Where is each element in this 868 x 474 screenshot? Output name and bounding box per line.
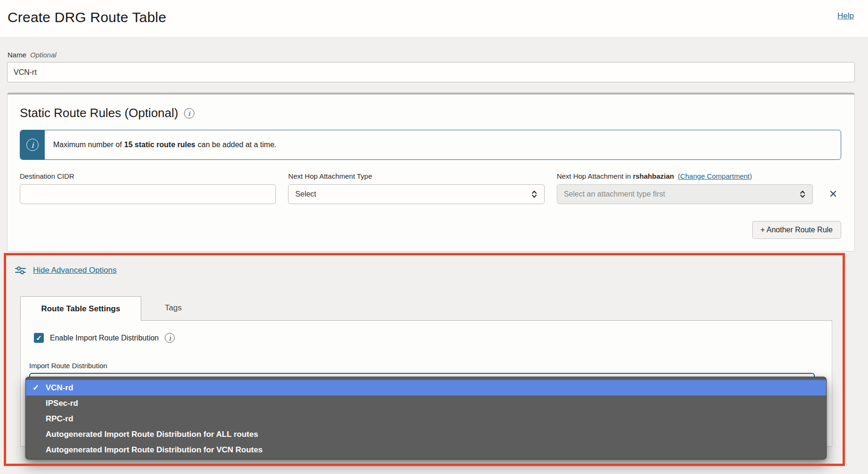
- info-banner-text: Maximum number of 15 static route rules …: [45, 130, 276, 159]
- static-route-rules-panel: Static Route Rules (Optional) i i Maximu…: [7, 93, 855, 252]
- static-route-rules-heading: Static Route Rules (Optional): [20, 106, 178, 120]
- another-route-rule-button[interactable]: + Another Route Rule: [752, 221, 841, 239]
- destination-cidr-input[interactable]: [20, 184, 276, 204]
- advanced-options-row: Hide Advanced Options: [15, 265, 855, 276]
- name-input[interactable]: [7, 62, 855, 82]
- sliders-icon: [15, 265, 26, 276]
- next-hop-type-select-value: Select: [295, 190, 527, 198]
- info-banner: i Maximum number of 15 static route rule…: [20, 130, 841, 160]
- next-hop-attachment-label: Next Hop Attachment in: [557, 172, 633, 180]
- next-hop-attachment-select[interactable]: Select an attachment type first: [557, 184, 813, 204]
- name-optional-label: Optional: [30, 51, 56, 59]
- dropdown-option-ipsec-rd[interactable]: ✓ IPSec-rd: [26, 395, 826, 411]
- info-banner-badge: i: [20, 130, 45, 159]
- chevron-up-down-icon: [799, 190, 806, 198]
- route-rule-row: Destination CIDR Next Hop Attachment Typ…: [20, 172, 841, 204]
- name-label: Name: [8, 51, 26, 59]
- destination-cidr-label: Destination CIDR: [20, 172, 276, 180]
- next-hop-type-column: Next Hop Attachment Type Select: [288, 172, 544, 204]
- import-route-distribution-label: Import Route Distribution: [29, 362, 832, 370]
- tab-bar: Route Table Settings Tags: [20, 296, 832, 321]
- remove-route-rule-icon[interactable]: ✕: [829, 189, 837, 199]
- info-icon[interactable]: i: [165, 333, 175, 343]
- tab-route-table-settings[interactable]: Route Table Settings: [20, 296, 141, 321]
- destination-cidr-column: Destination CIDR: [20, 172, 276, 204]
- compartment-name: rshahbazian: [633, 172, 674, 180]
- info-icon: i: [26, 139, 39, 151]
- chevron-up-down-icon: [531, 190, 538, 198]
- dropdown-option-autogen-all[interactable]: ✓ Autogenerated Import Route Distributio…: [26, 427, 826, 442]
- enable-import-route-distribution-row: ✓ Enable Import Route Distribution i: [21, 321, 832, 343]
- next-hop-attachment-select-value: Select an attachment type first: [564, 190, 796, 198]
- checkmark-icon: ✓: [32, 383, 46, 393]
- next-hop-type-select[interactable]: Select: [288, 184, 544, 204]
- import-route-distribution-dropdown: ✓ VCN-rd ✓ IPSec-rd ✓ RPC-rd ✓ Autogener…: [25, 377, 827, 459]
- help-link[interactable]: Help: [837, 11, 854, 21]
- hide-advanced-options-link[interactable]: Hide Advanced Options: [33, 266, 117, 275]
- page-title: Create DRG Route Table: [0, 0, 868, 25]
- tab-tags[interactable]: Tags: [141, 296, 205, 320]
- dropdown-option-autogen-vcn[interactable]: ✓ Autogenerated Import Route Distributio…: [26, 442, 826, 458]
- page-header: Create DRG Route Table Help: [0, 0, 868, 37]
- enable-import-checkbox[interactable]: ✓: [34, 333, 44, 343]
- dropdown-option-rpc-rd[interactable]: ✓ RPC-rd: [26, 411, 826, 427]
- next-hop-type-label: Next Hop Attachment Type: [288, 172, 544, 180]
- change-compartment-link[interactable]: (Change Compartment): [678, 172, 752, 180]
- checkmark-icon: ✓: [36, 334, 42, 342]
- next-hop-attachment-column: Next Hop Attachment in rshahbazian(Chang…: [557, 172, 813, 204]
- info-icon[interactable]: i: [184, 108, 194, 118]
- name-label-row: NameOptional: [8, 51, 855, 59]
- dropdown-option-vcn-rd[interactable]: ✓ VCN-rd: [26, 380, 826, 395]
- enable-import-checkbox-label: Enable Import Route Distribution: [50, 334, 159, 342]
